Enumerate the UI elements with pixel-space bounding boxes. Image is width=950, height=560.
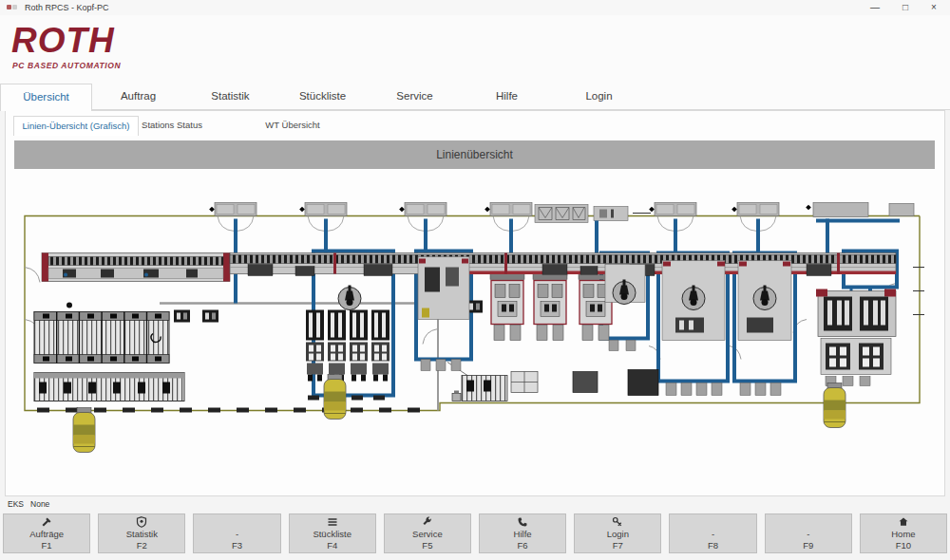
phone-icon (517, 516, 528, 528)
subtab-linien-uebersicht[interactable]: Linien-Übersicht (Grafisch) (13, 116, 139, 136)
main-tab-bar: Übersicht Auftrag Statistik Stückliste S… (0, 82, 950, 110)
tank-icon (73, 408, 95, 453)
app-icon (7, 4, 20, 11)
brand-logo: ROTH (11, 21, 115, 61)
hilfe-button[interactable]: HilfeF6 (479, 513, 566, 553)
status-line: EKSNone (8, 499, 56, 509)
subtab-stations-status[interactable]: Stations Status (139, 116, 205, 136)
title-bar: Roth RPCS - Kopf-PC — □ × (0, 0, 950, 15)
line-overview-floorplan (10, 177, 940, 494)
statistik-button[interactable]: StatistikF2 (98, 513, 185, 553)
tools-icon (422, 516, 433, 528)
home-button[interactable]: HomeF10 (860, 513, 947, 553)
function-key-bar: AufträgeF1 StatistikF2 -F3 StücklisteF4 … (3, 513, 947, 553)
close-button[interactable]: × (918, 0, 950, 15)
list-icon (327, 516, 338, 528)
panel-title: Linienübersicht (14, 140, 935, 169)
app-window: Roth RPCS - Kopf-PC — □ × ROTH PC BASED … (0, 0, 950, 560)
status-label: EKS (8, 499, 24, 509)
subtab-wt-uebersicht[interactable]: WT Übersicht (245, 116, 340, 136)
f8-button[interactable]: -F8 (669, 513, 756, 553)
tank-icon (324, 375, 346, 420)
service-button[interactable]: ServiceF5 (384, 513, 471, 553)
tab-service[interactable]: Service (369, 84, 461, 110)
content-panel: Linien-Übersicht (Grafisch) Stations Sta… (5, 110, 945, 496)
main-conveyor (230, 253, 896, 276)
f3-button[interactable]: -F3 (193, 513, 280, 553)
tab-statistik[interactable]: Statistik (184, 84, 276, 110)
tank-icon (824, 383, 846, 428)
status-value: None (30, 499, 49, 509)
shield-icon (136, 516, 147, 528)
stueckliste-button[interactable]: StücklisteF4 (289, 513, 376, 553)
window-title: Roth RPCS - Kopf-PC (25, 3, 109, 12)
auftraege-button[interactable]: AufträgeF1 (3, 513, 90, 553)
main-conveyor-left (42, 253, 230, 282)
f9-button[interactable]: -F9 (765, 513, 852, 553)
minimize-button[interactable]: — (859, 0, 891, 15)
home-icon (898, 516, 909, 528)
logo-area: ROTH PC BASED AUTOMATION (0, 15, 950, 82)
login-button[interactable]: LoginF7 (574, 513, 661, 553)
maximize-button[interactable]: □ (889, 0, 922, 15)
brand-tagline: PC BASED AUTOMATION (12, 61, 121, 70)
key-icon (612, 516, 623, 528)
tab-stueckliste[interactable]: Stückliste (276, 84, 369, 110)
tab-hilfe[interactable]: Hilfe (461, 84, 553, 110)
top-door-units (209, 203, 914, 232)
tab-uebersicht[interactable]: Übersicht (0, 84, 92, 111)
hammer-icon (41, 516, 52, 528)
tab-auftrag[interactable]: Auftrag (92, 84, 184, 110)
tab-login[interactable]: Login (553, 84, 645, 110)
tanks (73, 375, 846, 453)
